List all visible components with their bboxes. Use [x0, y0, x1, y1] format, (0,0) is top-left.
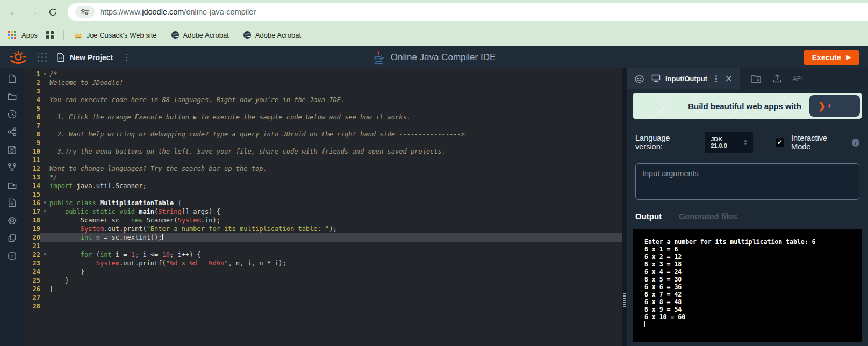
console-line: Enter a number for its multiplication ta…	[644, 238, 856, 246]
jdroid-robot-icon[interactable]	[634, 74, 644, 84]
forward-button[interactable]: →	[25, 3, 42, 20]
project-name-button[interactable]: ‹› New Project	[56, 53, 113, 62]
share-icon[interactable]	[6, 126, 17, 137]
console-caret-line	[644, 321, 856, 328]
fold-gutter	[40, 113, 49, 121]
fold-arrow-icon[interactable]: ▼	[40, 70, 49, 78]
download-icon[interactable]	[6, 197, 17, 208]
code-text	[49, 139, 622, 147]
fold-gutter	[40, 182, 49, 190]
site-info-icon[interactable]	[75, 6, 95, 18]
language-version-label: Language version:	[635, 134, 697, 151]
back-button[interactable]: ←	[5, 3, 23, 20]
line-number: 18	[24, 216, 40, 225]
language-controls: Language version: JDK 21.0.0 ✓ Interacti…	[635, 132, 859, 153]
terminal-icon: ‹›	[651, 74, 661, 83]
console-line: 6 x 2 = 12	[644, 253, 856, 261]
code-line: 5	[24, 104, 622, 113]
code-text: import java.util.Scanner;	[49, 182, 622, 190]
code-text: System.out.print("Enter a number for its…	[49, 225, 622, 233]
play-icon: ▶	[847, 54, 851, 61]
code-text: Welcome to JDoodle!	[49, 78, 622, 87]
fold-gutter	[40, 173, 49, 182]
bookmark-label: Adobe Acrobat	[183, 31, 229, 39]
api-button[interactable]: API	[793, 75, 803, 82]
jdk-version-select[interactable]: JDK 21.0.0	[705, 132, 753, 153]
info-icon[interactable]: i	[852, 139, 859, 147]
upload-icon[interactable]	[772, 74, 782, 83]
fold-gutter	[40, 293, 49, 302]
line-number: 16	[24, 199, 40, 207]
open-project-icon[interactable]	[6, 179, 17, 190]
history-icon[interactable]	[6, 109, 17, 119]
save-icon[interactable]	[6, 144, 17, 155]
url-text[interactable]: https://www.jdoodle.com/online-java-comp…	[100, 8, 256, 16]
fold-gutter	[40, 276, 49, 285]
help-icon[interactable]: ?	[6, 250, 17, 261]
code-editor[interactable]: 1▼/*2Welcome to JDoodle!34You can execut…	[24, 68, 622, 346]
code-line: 18 Scanner sc = new Scanner(System.in);	[24, 216, 622, 225]
line-number: 23	[24, 259, 40, 268]
code-line: 15	[24, 190, 622, 199]
result-tabs: Output Generated files	[635, 212, 859, 221]
resize-grip[interactable]	[623, 293, 626, 307]
new-file-icon[interactable]	[6, 73, 17, 84]
code-text: }	[49, 285, 622, 293]
open-folder-icon[interactable]	[6, 91, 17, 102]
apps-label[interactable]: Apps	[21, 31, 38, 39]
ad-banner[interactable]: Build beautiful web apps with ❯ ◗	[633, 93, 862, 119]
duplicate-icon[interactable]	[6, 233, 17, 243]
fold-arrow-icon[interactable]: ▼	[40, 250, 49, 259]
fold-gutter	[40, 121, 49, 130]
jdk-version-value: JDK 21.0.0	[711, 136, 739, 149]
folder-download-icon[interactable]	[751, 74, 762, 83]
line-number: 9	[24, 139, 40, 147]
line-number: 14	[24, 182, 40, 190]
tab-input-output-label: Input/Output	[665, 75, 707, 83]
fold-gutter	[40, 164, 49, 173]
fold-gutter	[40, 233, 49, 242]
fork-icon[interactable]	[6, 162, 17, 172]
code-line: 23 System.out.printf("%d x %d = %d%n", n…	[24, 259, 622, 268]
code-line: 7	[24, 121, 622, 130]
input-arguments-field[interactable]	[635, 163, 859, 200]
bookmark-adobe-1[interactable]: Adobe Acrobat	[171, 31, 229, 39]
bookmark-adobe-2[interactable]: Adobe Acrobat	[243, 31, 301, 39]
bookmarks-grid-icon[interactable]	[46, 31, 54, 39]
apps-grid-icon[interactable]	[8, 31, 16, 39]
console-line: 6 x 7 = 42	[644, 291, 856, 298]
bookmark-joe-cusack[interactable]: Joe Cusack's Web site	[74, 31, 157, 40]
ad-logo-dot: ◗	[827, 100, 832, 111]
ad-logo-button[interactable]: ❯ ◗	[809, 95, 860, 117]
code-line: 9	[24, 139, 622, 147]
io-tab-menu-icon[interactable]	[714, 75, 718, 82]
fold-arrow-icon[interactable]: ▼	[40, 199, 49, 207]
project-name: New Project	[70, 53, 113, 62]
console-line: 6 x 8 = 48	[644, 298, 856, 306]
tab-output[interactable]: Output	[635, 212, 662, 221]
line-number: 1	[24, 70, 40, 78]
reload-button[interactable]	[44, 3, 61, 20]
url-bar[interactable]: https://www.jdoodle.com/online-java-comp…	[68, 3, 868, 21]
tab-input-output[interactable]: ‹› Input/Output	[651, 74, 707, 83]
code-text: }	[49, 268, 622, 276]
code-line: 12Want to change languages? Try the sear…	[24, 164, 622, 173]
interactive-mode-checkbox[interactable]: ✓	[776, 138, 784, 147]
fold-arrow-icon[interactable]: ▼	[40, 207, 49, 216]
close-icon[interactable]	[725, 75, 733, 82]
reload-icon	[48, 8, 58, 17]
execute-button[interactable]: Execute ▶	[804, 50, 859, 65]
project-menu-icon[interactable]: ⋮	[123, 55, 131, 60]
line-number: 25	[24, 276, 40, 285]
code-line: 24 }	[24, 268, 622, 276]
code-line: 11	[24, 156, 622, 164]
output-console[interactable]: Enter a number for its multiplication ta…	[633, 229, 862, 342]
app-grid-icon[interactable]	[38, 53, 47, 62]
settings-gear-icon[interactable]	[6, 215, 17, 226]
bookmarks-separator	[63, 30, 64, 40]
tab-generated-files[interactable]: Generated files	[679, 212, 737, 221]
code-text	[49, 190, 622, 199]
fold-gutter	[40, 225, 49, 233]
code-line: 21	[24, 242, 622, 250]
jdoodle-logo[interactable]	[9, 49, 28, 66]
